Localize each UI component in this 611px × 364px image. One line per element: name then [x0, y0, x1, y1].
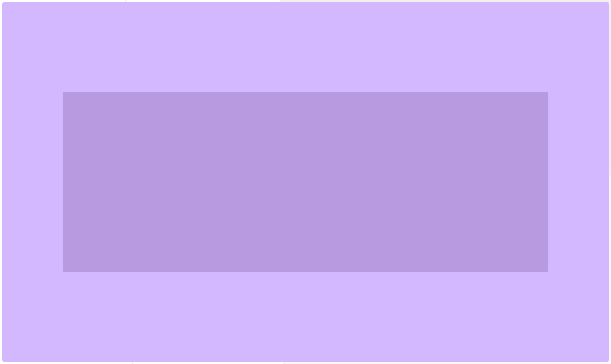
wall-device-image	[510, 211, 542, 256]
wall-screen-inner	[63, 92, 548, 272]
orientation-panel: DEVICE ORIENTATION Table mount Wall	[285, 175, 611, 364]
orient-card-wall[interactable]: Wall mount	[453, 203, 600, 280]
wall-screen	[2, 2, 609, 362]
orientation-cards: Table mount Wall mount	[296, 203, 600, 280]
